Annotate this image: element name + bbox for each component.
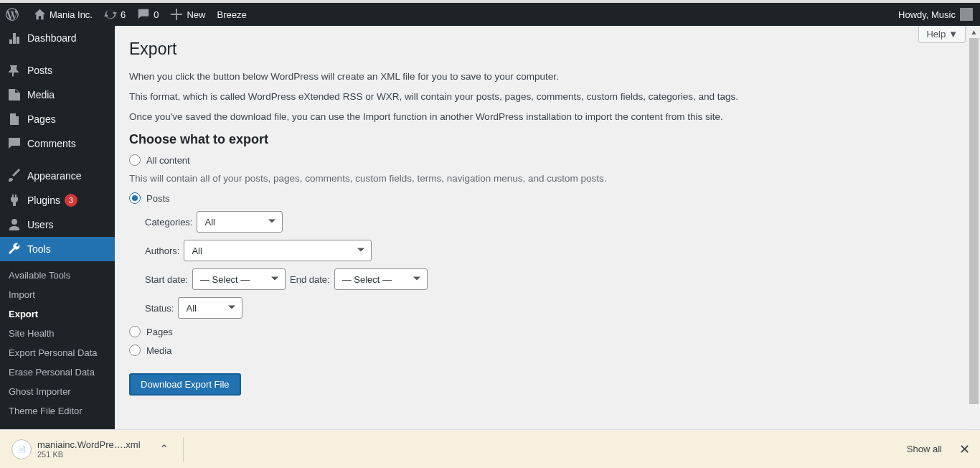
pin-icon bbox=[7, 63, 22, 78]
admin-bar: Mania Inc. 6 0 New Breeze Howdy, Music bbox=[0, 3, 980, 26]
chevron-down-icon: ▼ bbox=[948, 29, 958, 39]
sidebar-item-label: Dashboard bbox=[27, 32, 77, 44]
badge: 3 bbox=[65, 194, 77, 207]
account-menu[interactable]: Howdy, Music bbox=[898, 8, 980, 21]
start-date-label: Start date: bbox=[145, 274, 188, 285]
page-title: Export bbox=[129, 33, 966, 62]
download-size: 251 KB bbox=[37, 450, 141, 459]
updates-count: 6 bbox=[121, 9, 126, 20]
submenu-item-theme-file-editor[interactable]: Theme File Editor bbox=[0, 401, 115, 421]
brush-icon bbox=[7, 169, 22, 183]
download-export-button[interactable]: Download Export File bbox=[129, 373, 241, 396]
plus-icon bbox=[170, 8, 183, 21]
categories-select[interactable]: All bbox=[197, 211, 283, 233]
radio-pages[interactable] bbox=[129, 326, 141, 337]
updates-icon bbox=[104, 8, 117, 21]
wordpress-icon bbox=[6, 8, 19, 21]
page-icon bbox=[7, 112, 22, 126]
download-bar: 📄 maniainc.WordPre….xml 251 KB ⌃ Show al… bbox=[0, 429, 980, 468]
comments-count: 0 bbox=[154, 9, 159, 20]
sidebar-item-users[interactable]: Users bbox=[0, 212, 115, 237]
submenu-item-available-tools[interactable]: Available Tools bbox=[0, 266, 115, 285]
sidebar-item-appearance[interactable]: Appearance bbox=[0, 164, 115, 188]
user-icon bbox=[7, 217, 22, 232]
sidebar-item-plugins[interactable]: Plugins3 bbox=[0, 188, 115, 212]
sidebar-item-label: Users bbox=[27, 219, 54, 230]
all-content-desc: This will contain all of your posts, pag… bbox=[129, 173, 966, 184]
comments-link[interactable]: 0 bbox=[131, 3, 164, 26]
radio-posts[interactable] bbox=[129, 192, 141, 204]
close-icon[interactable]: ✕ bbox=[955, 441, 974, 457]
radio-media-label[interactable]: Media bbox=[146, 345, 171, 356]
sidebar-item-label: Comments bbox=[27, 138, 76, 149]
submenu-item-ghost-importer[interactable]: Ghost Importer bbox=[0, 382, 115, 401]
new-link[interactable]: New bbox=[164, 3, 211, 26]
sidebar-item-comments[interactable]: Comments bbox=[0, 131, 115, 156]
categories-label: Categories: bbox=[145, 217, 192, 228]
plugin-icon bbox=[7, 193, 22, 207]
site-link[interactable]: Mania Inc. bbox=[28, 3, 98, 26]
scroll-up-icon[interactable]: ▲ bbox=[968, 26, 980, 38]
radio-media[interactable] bbox=[129, 345, 141, 356]
status-label: Status: bbox=[145, 303, 174, 314]
radio-all-content[interactable] bbox=[129, 154, 141, 166]
posts-filters: Categories: All Authors: All Start date:… bbox=[145, 211, 966, 319]
start-date-select[interactable]: — Select — bbox=[192, 268, 286, 290]
tool-icon bbox=[7, 242, 22, 256]
sidebar-item-label: Posts bbox=[27, 65, 52, 76]
greeting-text: Howdy, Music bbox=[898, 9, 956, 20]
site-name: Mania Inc. bbox=[50, 9, 93, 20]
scroll-thumb[interactable] bbox=[969, 38, 979, 404]
section-heading: Choose what to export bbox=[129, 132, 966, 147]
submenu-item-export-personal-data[interactable]: Export Personal Data bbox=[0, 343, 115, 362]
help-tab[interactable]: Help ▼ bbox=[918, 26, 966, 43]
radio-all-content-label[interactable]: All content bbox=[146, 155, 190, 166]
download-filename: maniainc.WordPre….xml bbox=[37, 439, 141, 450]
intro-text: When you click the button below WordPres… bbox=[129, 71, 966, 122]
submenu-item-import[interactable]: Import bbox=[0, 285, 115, 304]
comment-icon bbox=[7, 136, 22, 151]
breeze-link[interactable]: Breeze bbox=[211, 3, 252, 26]
radio-pages-label[interactable]: Pages bbox=[146, 327, 173, 337]
dashboard-icon bbox=[7, 31, 22, 45]
chevron-up-icon[interactable]: ⌃ bbox=[159, 442, 169, 456]
comment-icon bbox=[137, 8, 150, 21]
wp-logo[interactable] bbox=[0, 3, 28, 26]
updates-link[interactable]: 6 bbox=[98, 3, 131, 26]
scrollbar[interactable]: ▲ ▼ bbox=[968, 26, 980, 429]
sidebar-item-label: Plugins bbox=[27, 195, 60, 206]
new-label: New bbox=[187, 9, 205, 20]
sidebar-item-dashboard[interactable]: Dashboard bbox=[0, 26, 115, 50]
tools-submenu: Available ToolsImportExportSite HealthEx… bbox=[0, 261, 115, 425]
media-icon bbox=[7, 88, 22, 102]
status-select[interactable]: All bbox=[178, 297, 242, 319]
sidebar-item-label: Media bbox=[27, 89, 55, 100]
show-all-button[interactable]: Show all bbox=[907, 444, 942, 454]
avatar bbox=[960, 8, 973, 21]
admin-sidebar: DashboardPostsMediaPagesCommentsAppearan… bbox=[0, 26, 115, 468]
submenu-item-erase-personal-data[interactable]: Erase Personal Data bbox=[0, 362, 115, 382]
sidebar-item-posts[interactable]: Posts bbox=[0, 58, 115, 83]
home-icon bbox=[34, 9, 46, 21]
end-date-select[interactable]: — Select — bbox=[334, 268, 428, 290]
sidebar-item-label: Appearance bbox=[27, 170, 82, 182]
file-icon: 📄 bbox=[11, 439, 32, 459]
sidebar-item-tools[interactable]: Tools bbox=[0, 237, 115, 261]
radio-posts-label[interactable]: Posts bbox=[146, 193, 170, 204]
content-area: Help ▼ Export When you click the button … bbox=[115, 26, 980, 429]
sidebar-item-media[interactable]: Media bbox=[0, 83, 115, 107]
sidebar-item-label: Tools bbox=[27, 243, 51, 255]
submenu-item-site-health[interactable]: Site Health bbox=[0, 324, 115, 343]
download-chip[interactable]: 📄 maniainc.WordPre….xml 251 KB ⌃ bbox=[6, 430, 174, 468]
sidebar-item-pages[interactable]: Pages bbox=[0, 107, 115, 131]
sidebar-item-label: Pages bbox=[27, 113, 56, 125]
end-date-label: End date: bbox=[290, 274, 330, 285]
authors-label: Authors: bbox=[145, 245, 179, 256]
submenu-item-export[interactable]: Export bbox=[0, 304, 115, 324]
authors-select[interactable]: All bbox=[184, 240, 372, 261]
